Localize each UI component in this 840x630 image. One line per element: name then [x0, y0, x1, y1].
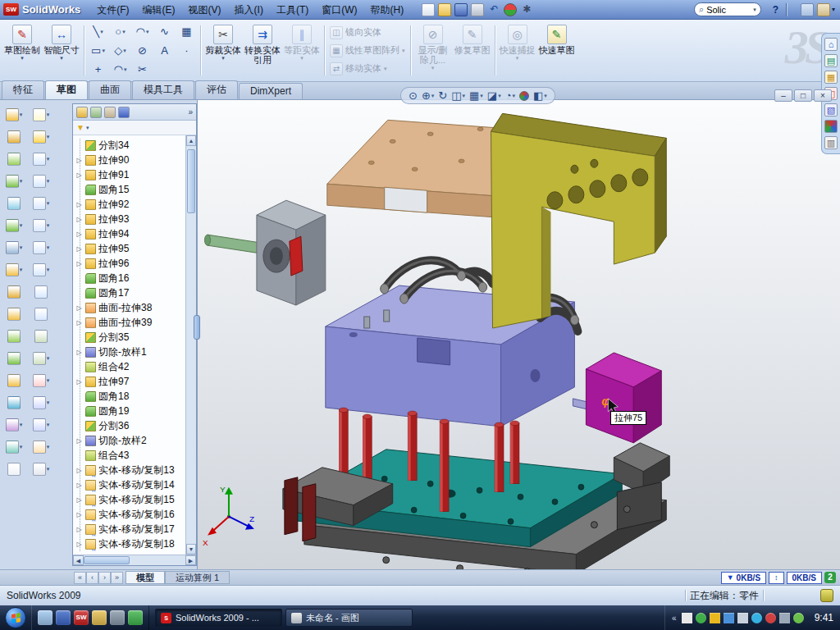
- mirror-button[interactable]: [7, 391, 21, 413]
- ribbon-button-sketch[interactable]: 草图绘制▾: [2, 21, 42, 80]
- document-tab[interactable]: 模型: [126, 571, 165, 584]
- yellow-bracket-part[interactable]: [491, 113, 667, 328]
- expand-arrow-icon[interactable]: ▷: [75, 511, 83, 518]
- file-explorer-button[interactable]: ▦: [824, 71, 838, 84]
- show-desktop-icon[interactable]: [38, 610, 52, 625]
- close-button[interactable]: ×: [814, 89, 832, 102]
- expand-arrow-icon[interactable]: ▷: [75, 437, 83, 445]
- ribbon-button-mirror-entities[interactable]: 镜向实体: [330, 25, 405, 41]
- design-library-button[interactable]: ▤: [824, 54, 838, 67]
- tree-item[interactable]: 圆角17: [75, 285, 185, 300]
- tree-item[interactable]: ▷曲面-拉伸39: [75, 315, 185, 330]
- smart-dimension-tool-button[interactable]: ▾: [33, 126, 50, 148]
- expand-arrow-icon[interactable]: ▷: [75, 349, 83, 356]
- expand-arrow-icon[interactable]: ▷: [75, 231, 83, 238]
- new-file-icon[interactable]: [422, 3, 435, 16]
- search-input[interactable]: [706, 5, 751, 15]
- restore-button[interactable]: □: [794, 89, 812, 102]
- tab-特征[interactable]: 特征: [2, 80, 44, 99]
- tree-item[interactable]: ▷拉伸93: [75, 212, 185, 226]
- tree-horizontal-scrollbar[interactable]: ◀ ▶: [73, 555, 196, 565]
- extruded-cut-button[interactable]: ▾: [6, 258, 23, 281]
- sketch-tool-centerline[interactable]: +: [87, 60, 109, 79]
- panel-splitter-handle[interactable]: [194, 315, 200, 340]
- mirror-entities-tool-button[interactable]: ▾: [33, 391, 50, 413]
- header-overflow-icon[interactable]: »: [188, 107, 193, 116]
- expand-arrow-icon[interactable]: ▷: [75, 526, 83, 533]
- sketch-tool-arc[interactable]: ◠▾: [131, 22, 153, 41]
- dimxpert-manager-icon[interactable]: [118, 107, 130, 118]
- lofted-boss-button[interactable]: ▾: [6, 170, 23, 192]
- expand-arrow-icon[interactable]: ▷: [75, 467, 83, 474]
- ribbon-button-repair-sketch[interactable]: 修复草图: [453, 21, 492, 80]
- ribbon-button-convert-entities[interactable]: 转换实体引用: [243, 21, 282, 80]
- quick-tips-icon[interactable]: [820, 589, 833, 602]
- property-manager-icon[interactable]: [90, 107, 102, 118]
- solidworks-launcher-icon[interactable]: SW: [74, 610, 89, 625]
- headsup-view-orientation-button[interactable]: ▦▾: [469, 89, 483, 102]
- ribbon-button-smart-dimension[interactable]: 智能尺寸▾: [42, 21, 81, 80]
- menubar-item[interactable]: 插入(I): [228, 0, 270, 20]
- tree-vertical-scrollbar[interactable]: ▲ ▼: [185, 135, 196, 555]
- display-pane-icon[interactable]: [801, 3, 814, 16]
- expand-arrow-icon[interactable]: ▷: [75, 201, 83, 208]
- extruded-boss-button[interactable]: ▾: [6, 103, 23, 126]
- red-insert-part[interactable]: [290, 236, 303, 276]
- display-relations-tool-button[interactable]: ▾: [33, 458, 50, 480]
- headsup-appearances-button[interactable]: [519, 91, 529, 101]
- first-tab-button[interactable]: «: [74, 572, 86, 584]
- filter-caret-icon[interactable]: ▾: [86, 125, 89, 131]
- expand-arrow-icon[interactable]: ▷: [75, 304, 83, 312]
- taskbar-button-paint[interactable]: 未命名 - 画图: [285, 609, 413, 627]
- tree-item[interactable]: ▷曲面-拉伸38: [75, 300, 185, 315]
- document-tab[interactable]: 运动算例 1: [165, 571, 230, 584]
- line-tool-button[interactable]: ▾: [33, 148, 50, 170]
- paint-launcher-icon[interactable]: [110, 610, 125, 625]
- tab-模具工具[interactable]: 模具工具: [132, 80, 194, 99]
- tree-item[interactable]: ▷拉伸95: [75, 241, 185, 256]
- sketch-tool-sketch-picture[interactable]: ▦: [176, 22, 198, 41]
- scroll-up-icon[interactable]: ▲: [186, 135, 196, 146]
- ribbon-button-quick-snaps[interactable]: 快速捕捉▾: [498, 21, 537, 80]
- scroll-track[interactable]: [186, 146, 196, 544]
- headsup-zoom-area-button[interactable]: ⊕▾: [422, 89, 434, 102]
- tree-item[interactable]: 分割35: [75, 330, 185, 345]
- hole-wizard-button[interactable]: [7, 281, 21, 303]
- sketch-tool-button[interactable]: ▾: [33, 103, 50, 126]
- convert-entities-tool-button[interactable]: [34, 325, 48, 347]
- view-palette-button[interactable]: ▧: [824, 103, 838, 116]
- text-tool-button[interactable]: [34, 303, 48, 325]
- tree-item[interactable]: 圆角18: [75, 389, 185, 404]
- graphics-area[interactable]: φ: [197, 100, 840, 569]
- swept-boss-button[interactable]: [7, 148, 21, 170]
- tree-item[interactable]: 分割34: [75, 138, 185, 153]
- shell-button[interactable]: [7, 369, 21, 391]
- sketch-tool-rectangle[interactable]: ▭▾: [87, 41, 109, 60]
- headsup-display-style-button[interactable]: ◪▾: [487, 89, 501, 102]
- linear-pattern-button[interactable]: ▾: [6, 236, 23, 258]
- menubar-item[interactable]: 视图(V): [182, 0, 228, 20]
- tab-DimXpert[interactable]: DimXpert: [239, 83, 303, 99]
- tab-曲面[interactable]: 曲面: [89, 80, 131, 99]
- search-caret-icon[interactable]: ▾: [753, 7, 756, 13]
- sketch-tool-quick-trim[interactable]: ✂: [131, 60, 153, 79]
- tree-item[interactable]: ▷拉伸94: [75, 226, 185, 241]
- arc-tool-button[interactable]: ▾: [33, 192, 50, 214]
- tree-item[interactable]: ▷实体-移动/复制17: [75, 522, 185, 536]
- battery-icon[interactable]: [779, 613, 790, 623]
- sketch-tool-point[interactable]: ∙: [176, 41, 198, 60]
- sketch-tool-text[interactable]: A: [153, 41, 176, 60]
- slide-clamp-part[interactable]: [204, 200, 325, 305]
- fillet-button[interactable]: ▾: [6, 214, 23, 236]
- ribbon-button-offset-entities[interactable]: 等距实体▾: [282, 21, 322, 80]
- ribbon-button-rapid-sketch[interactable]: 快速草图: [537, 21, 577, 80]
- expand-arrow-icon[interactable]: ▷: [75, 378, 83, 386]
- reference-geometry-button[interactable]: ▾: [6, 413, 23, 436]
- sketch-pattern-tool-button[interactable]: ▾: [33, 413, 50, 436]
- expand-arrow-icon[interactable]: ▷: [75, 319, 83, 326]
- tree-item[interactable]: ▷实体-移动/复制18: [75, 536, 185, 551]
- taskbar-button-solidworks[interactable]: SolidWorks 2009 - ...: [155, 609, 282, 627]
- tab-草图[interactable]: 草图: [45, 80, 88, 99]
- prev-tab-button[interactable]: ‹: [86, 572, 98, 584]
- tree-item[interactable]: ▷实体-移动/复制15: [75, 492, 185, 507]
